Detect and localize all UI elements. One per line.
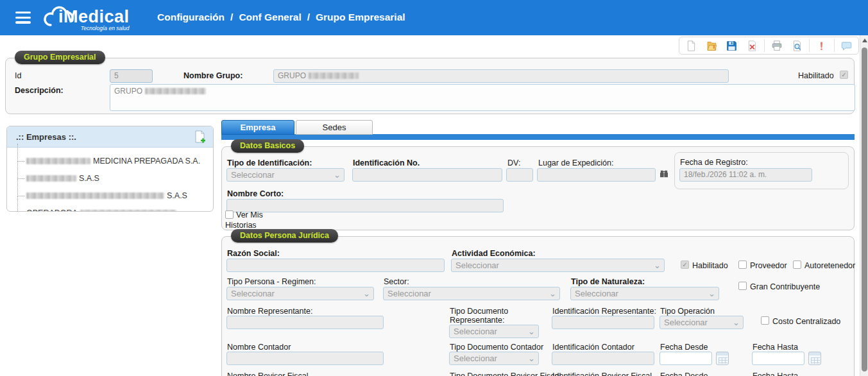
preview-icon[interactable]	[789, 38, 806, 53]
costo-centralizado-checkbox[interactable]	[761, 316, 769, 325]
scroll-up-icon[interactable]	[862, 38, 867, 42]
alert-icon[interactable]	[813, 38, 830, 53]
nombre-representante-label: Nombre Representante:	[227, 307, 312, 316]
nombre-contador-label: Nombre Contador	[227, 343, 291, 352]
grupo-empresarial-legend: Grupo Empresarial	[15, 51, 105, 64]
fecha-desde-field[interactable]	[660, 352, 712, 365]
empresa-item[interactable]: S.A.S	[16, 187, 213, 205]
toolbar-separator	[834, 39, 835, 52]
datos-persona-juridica-legend: Datos Persona Jurídica	[231, 229, 338, 243]
calendar-icon[interactable]	[808, 352, 821, 365]
imedical-logo: iMedical Tecnología en salud	[42, 3, 130, 31]
ver-mis-historias-checkbox[interactable]	[225, 210, 234, 219]
fecha-hasta2-label: Fecha Hasta	[753, 372, 798, 376]
proveedor-label: Proveedor	[750, 261, 787, 270]
empresa-item[interactable]: OPERADORA	[16, 205, 213, 212]
grupo-empresarial-panel: Grupo Empresarial Id 5 Nombre Grupo: GRU…	[5, 58, 855, 114]
autoretenedor-label: Autoretenedor	[804, 261, 855, 270]
dv-label: DV:	[507, 158, 520, 167]
identificacion-revisor-label: Identificación Revisor Fiscal	[552, 372, 652, 376]
sector-select: Seleccionar⌄	[383, 287, 560, 300]
fecha-registro-field: 18/feb./2026 11:02 a. m.	[679, 168, 812, 182]
empresa-item[interactable]: MEDICINA PREPAGADA S.A.	[16, 153, 213, 170]
redacted-text	[26, 175, 76, 182]
tab-empresa[interactable]: Empresa	[221, 120, 294, 135]
calendar-icon[interactable]	[716, 352, 729, 365]
empresas-list: MEDICINA PREPAGADA S.A. S.A.S S.A.S OPER…	[16, 153, 213, 212]
fecha-hasta-field[interactable]	[752, 352, 804, 365]
datos-persona-juridica-panel: Datos Persona Jurídica Razón Social: Act…	[221, 236, 855, 376]
lugar-expedicion-field	[537, 168, 656, 182]
nombre-grupo-field: GRUPO	[273, 69, 729, 83]
open-folder-icon[interactable]	[703, 38, 720, 53]
add-document-icon[interactable]	[194, 130, 207, 143]
identificacion-representante-field	[552, 316, 654, 329]
descripcion-label: Descripción:	[15, 86, 64, 95]
identificacion-no-label: Identificación No.	[353, 158, 420, 167]
toolbar-separator	[809, 39, 810, 52]
fecha-registro-box: Fecha de Registro: 18/feb./2026 11:02 a.…	[674, 152, 849, 189]
redacted-text	[26, 158, 90, 164]
identificacion-no-field	[352, 168, 502, 182]
redacted-text	[145, 88, 206, 94]
tab-sedes[interactable]: Sedes	[296, 120, 373, 135]
nombre-revisor-label: Nombre Revisor Fiscal	[227, 372, 308, 376]
empresas-title: .:: Empresas ::.	[16, 132, 76, 142]
empresas-panel: .:: Empresas ::. MEDICINA PREPAGADA S.A.…	[6, 126, 214, 212]
id-field: 5	[110, 69, 153, 83]
actividad-economica-select: Seleccionar⌄	[451, 259, 665, 272]
habilitado-checkbox	[840, 71, 848, 79]
vertical-scrollbar[interactable]	[860, 35, 868, 376]
nombre-grupo-label: Nombre Grupo:	[183, 71, 243, 80]
tipo-operacion-select: Seleccionar⌄	[660, 316, 744, 329]
chevron-down-icon: ⌄	[733, 316, 740, 329]
logo-title: iMedical	[58, 8, 130, 25]
empresas-header: .:: Empresas ::.	[7, 126, 213, 148]
nombre-representante-field	[226, 316, 384, 329]
autoretenedor-checkbox[interactable]	[793, 261, 801, 269]
chevron-down-icon: ⌄	[363, 287, 370, 300]
chevron-down-icon: ⌄	[334, 169, 341, 181]
tab-strip	[221, 134, 855, 140]
habilitado-pj-checkbox	[681, 261, 689, 269]
binoculars-icon[interactable]	[659, 169, 669, 179]
breadcrumb-configuracion[interactable]: Configuración	[157, 12, 225, 22]
delete-icon[interactable]	[744, 38, 761, 53]
tipo-persona-label: Tipo Persona - Regimen:	[227, 277, 316, 286]
chevron-down-icon: ⌄	[528, 352, 535, 364]
fecha-desde2-label: Fecha Desde	[660, 372, 708, 376]
datos-basicos-panel: Datos Basicos Tipo de Identificación: Se…	[221, 146, 855, 230]
breadcrumb-conf-general[interactable]: Conf General	[239, 12, 301, 22]
chevron-down-icon: ⌄	[528, 325, 535, 338]
tipo-doc-contador-select: Seleccionar⌄	[449, 352, 539, 365]
new-document-icon[interactable]	[683, 38, 700, 53]
gran-contribuyente-checkbox[interactable]	[738, 282, 747, 290]
save-icon[interactable]	[724, 38, 740, 53]
costo-centralizado-label: Costo Centralizado	[772, 317, 840, 326]
menu-icon[interactable]	[15, 12, 31, 24]
lugar-expedicion-label: Lugar de Expedición:	[538, 158, 613, 167]
descripcion-field[interactable]: GRUPO	[110, 84, 855, 111]
tipo-operacion-label: Tipo Operación	[660, 307, 715, 316]
identificacion-contador-field	[552, 352, 654, 365]
tipo-persona-select: Seleccionar⌄	[226, 287, 374, 300]
imedical-app: iMedical Tecnología en salud Configuraci…	[0, 0, 868, 376]
id-label: Id	[15, 71, 21, 80]
toolbar	[679, 37, 859, 55]
tipo-doc-representante-label: Tipo Documento Representante:	[450, 307, 522, 325]
tipo-doc-contador-label: Tipo Documento Contador	[450, 343, 543, 352]
identificacion-contador-label: Identificación Contador	[552, 343, 634, 352]
print-icon[interactable]	[769, 38, 785, 53]
scrollbar-thumb[interactable]	[862, 47, 867, 372]
nombre-contador-field	[226, 352, 384, 365]
breadcrumb-grupo-empresarial[interactable]: Grupo Empresarial	[316, 12, 405, 22]
tipo-naturaleza-select: Seleccionar⌄	[570, 287, 719, 300]
habilitado-pj-label: Habilitado	[692, 261, 728, 270]
gran-contribuyente-label: Gran Contribuyente	[750, 282, 820, 291]
redacted-text	[80, 210, 176, 212]
fecha-hasta-label: Fecha Hasta	[753, 343, 798, 352]
empresa-item[interactable]: S.A.S	[16, 170, 213, 187]
comment-icon[interactable]	[838, 38, 855, 53]
dv-field	[506, 168, 533, 182]
proveedor-checkbox[interactable]	[738, 261, 747, 269]
